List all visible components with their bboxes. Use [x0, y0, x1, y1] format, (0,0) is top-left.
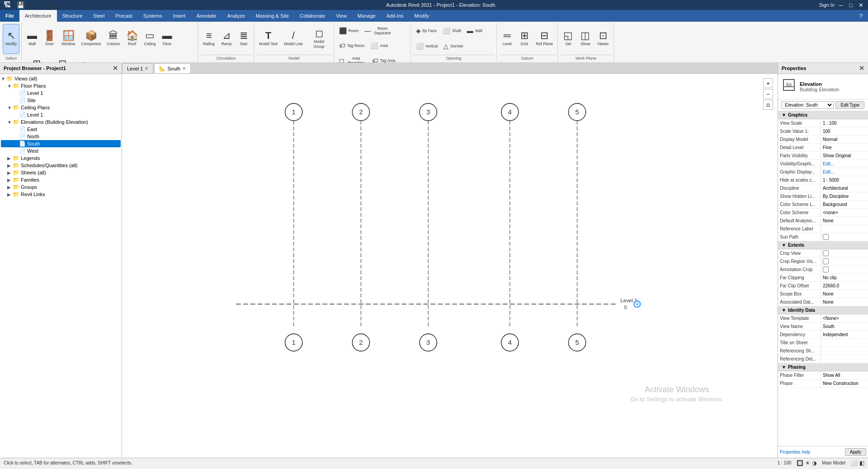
tab-level1-close[interactable]: ✕ — [145, 66, 148, 71]
tree-east[interactable]: 📄 East — [1, 126, 121, 133]
tab-precast[interactable]: Precast — [110, 10, 137, 22]
wall-btn[interactable]: ▬ Wall — [24, 23, 40, 53]
prop-crop-region-vis[interactable]: Crop Region Vis... — [778, 258, 868, 266]
prop-annotation-crop[interactable]: Annotation Crop — [778, 266, 868, 274]
tab-massing[interactable]: Massing & Site — [250, 10, 294, 22]
tab-architecture[interactable]: Architecture — [19, 10, 57, 22]
tree-groups[interactable]: ▶ 📁 Groups — [1, 183, 121, 191]
tree-sheets[interactable]: ▶ 📁 Sheets (all) — [1, 169, 121, 176]
tree-level1-fp[interactable]: 📄 Level 1 — [1, 89, 121, 97]
sun-icon[interactable]: ☀ — [805, 460, 810, 466]
tree-ceiling-plans[interactable]: ▼ 📁 Ceiling Plans — [1, 104, 121, 111]
qa-redo[interactable]: ↪ — [36, 0, 44, 9]
modify-btn[interactable]: ↖ Modify — [3, 24, 19, 54]
column-btn[interactable]: 🏛 Column — [104, 23, 123, 53]
tree-floor-plans[interactable]: ▼ 📁 Floor Plans — [1, 82, 121, 89]
nav-zoom-out[interactable]: − — [763, 89, 773, 99]
ref-plane-btn[interactable]: ⊟ Ref Plane — [533, 24, 556, 54]
worksets-icon[interactable]: ⬜ — [851, 460, 858, 466]
tab-south[interactable]: 📐 South ✕ — [154, 63, 191, 73]
prop-visibility-graphics[interactable]: Visibility/Graphi... Edit... — [778, 160, 868, 168]
tab-systems[interactable]: Systems — [138, 10, 168, 22]
shaft-btn[interactable]: ⬜ Shaft — [440, 23, 464, 38]
ceiling-btn[interactable]: ▭ Ceiling — [142, 23, 159, 53]
area-btn[interactable]: ⬜ Area — [368, 38, 391, 53]
sun-path-checkbox[interactable] — [823, 234, 829, 240]
qa-undo[interactable]: ↩ — [27, 0, 35, 9]
show-btn[interactable]: ◫ Show — [577, 24, 594, 54]
tab-annotate[interactable]: Annotate — [191, 10, 222, 22]
tree-legends[interactable]: ▶ 📁 Legends — [1, 155, 121, 162]
maximize-btn[interactable]: □ — [847, 1, 854, 9]
by-face-btn[interactable]: ◈ By Face — [413, 23, 439, 38]
nav-fit[interactable]: ⊡ — [763, 100, 773, 110]
tree-north[interactable]: 📄 North — [1, 133, 121, 140]
set-btn[interactable]: ◱ Set — [560, 24, 576, 54]
room-separator-btn[interactable]: — Room Separator — [362, 23, 395, 38]
tree-south[interactable]: 📄 South — [1, 140, 121, 147]
view-controls-icon[interactable]: 🔲 — [797, 460, 803, 466]
tab-structure[interactable]: Structure — [57, 10, 88, 22]
minimize-btn[interactable]: ─ — [837, 1, 844, 9]
model-text-btn[interactable]: T Model Text — [256, 24, 280, 54]
tab-modify[interactable]: Modify — [409, 10, 434, 22]
ramp-btn[interactable]: ⊿ Ramp — [218, 24, 235, 54]
component-btn[interactable]: 📦 Component — [78, 23, 104, 53]
model-group-btn[interactable]: ◻ Model Group — [307, 24, 332, 54]
section-graphics[interactable]: ▼ Graphics — [778, 111, 868, 119]
prop-crop-view[interactable]: Crop View — [778, 249, 868, 258]
tab-view[interactable]: View — [330, 10, 352, 22]
design-options-icon[interactable]: ◧ — [859, 460, 864, 466]
tab-manage[interactable]: Manage — [352, 10, 381, 22]
tab-help[interactable]: ? — [854, 10, 868, 22]
wall-open-btn[interactable]: ▬ Wall — [464, 23, 485, 38]
signin-btn[interactable]: Sign In — [819, 2, 835, 8]
edit-type-btn[interactable]: Edit Type — [835, 101, 864, 109]
section-identity[interactable]: ▼ Identity Data — [778, 306, 868, 314]
tab-file[interactable]: File — [0, 10, 19, 22]
tab-insert[interactable]: Insert — [168, 10, 191, 22]
tree-views-all[interactable]: ▼ 📁 Views (all) — [1, 75, 121, 82]
section-extents[interactable]: ▼ Extents — [778, 241, 868, 249]
prop-sun-path[interactable]: Sun Path — [778, 233, 868, 241]
prop-graphic-display[interactable]: Graphic Display... Edit... — [778, 168, 868, 176]
tab-analyze[interactable]: Analyze — [222, 10, 250, 22]
level-btn[interactable]: ═ Level — [499, 24, 515, 54]
tree-west[interactable]: 📄 West — [1, 147, 121, 155]
viewer-btn[interactable]: ⊡ Viewer — [594, 24, 612, 54]
properties-close[interactable]: ✕ — [859, 65, 864, 72]
properties-help-link[interactable]: Properties help — [780, 450, 843, 455]
nav-zoom-in[interactable]: + — [763, 78, 773, 88]
tree-site[interactable]: 📄 Site — [1, 97, 121, 104]
properties-apply-btn[interactable]: Apply — [845, 448, 866, 456]
qa-settings[interactable]: ▾ — [55, 0, 61, 9]
railing-btn[interactable]: ≡ Railing — [200, 24, 217, 54]
annotation-crop-checkbox[interactable] — [823, 267, 829, 272]
tab-addins[interactable]: Add-Ins — [381, 10, 409, 22]
roof-btn[interactable]: 🏠 Roof — [123, 23, 141, 53]
room-btn[interactable]: ⬛ Room — [336, 23, 362, 38]
window-btn[interactable]: 🪟 Window — [59, 23, 78, 53]
tab-steel[interactable]: Steel — [88, 10, 110, 22]
tag-room-btn[interactable]: 🏷 Tag Room — [336, 38, 368, 53]
tree-level1-cp[interactable]: 📄 Level 1 — [1, 111, 121, 118]
model-line-btn[interactable]: / Model Line — [281, 24, 306, 54]
shadows-icon[interactable]: ◑ — [812, 460, 816, 466]
close-btn[interactable]: ✕ — [857, 1, 864, 9]
door-btn[interactable]: 🚪 Door — [41, 23, 58, 53]
tree-revit-links[interactable]: ▶ 📁 Revit Links — [1, 191, 121, 198]
section-phasing[interactable]: ▼ Phasing — [778, 363, 868, 371]
crop-view-checkbox[interactable] — [823, 250, 829, 256]
tree-elevations[interactable]: ▼ 📁 Elevations (Building Elevation) — [1, 118, 121, 126]
tab-level1[interactable]: Level 1 ✕ — [122, 63, 153, 73]
vertical-btn[interactable]: ⬜ Vertical — [413, 39, 441, 53]
crop-region-checkbox[interactable] — [823, 258, 829, 264]
project-browser-close[interactable]: ✕ — [113, 65, 118, 72]
grid-btn[interactable]: ⊞ Grid — [516, 24, 533, 54]
tree-families[interactable]: ▶ 📁 Families — [1, 176, 121, 183]
floor-btn[interactable]: ▬ Floor — [159, 23, 175, 53]
stair-btn[interactable]: ≣ Stair — [236, 24, 252, 54]
drawing-canvas[interactable]: 1 1 2 2 3 3 4 — [122, 74, 778, 458]
tree-schedules[interactable]: ▶ 📁 Schedules/Quantities (all) — [1, 162, 121, 169]
qa-save[interactable]: 💾 — [15, 0, 26, 9]
